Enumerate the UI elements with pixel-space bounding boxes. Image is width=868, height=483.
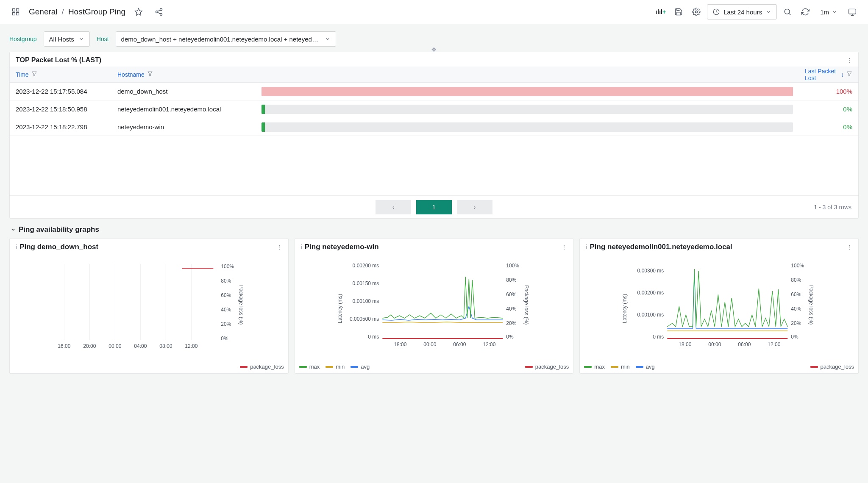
svg-text:0.000500 ms: 0.000500 ms [350,316,379,322]
cell-value: 0% [799,105,858,113]
var-hostgroup-label: Hostgroup [9,36,37,42]
table-body: 2023-12-22 15:17:55.084demo_down_host100… [10,83,858,136]
th-last-packet-lost[interactable]: Last Packet Lost ↓ [799,68,858,81]
y-axis-label: Latency (ms) [337,294,343,323]
svg-text:12:00: 12:00 [185,343,198,349]
th-time[interactable]: Time [10,71,111,78]
kiosk-mode-button[interactable] [845,5,860,19]
legend-package-loss[interactable]: package_loss [810,364,854,370]
row-header-title: Ping availability graphs [19,225,99,234]
panel-ping-demo-down-host: i Ping demo_down_host ⋮ 100% 80% 60% [9,238,289,374]
breadcrumb-folder[interactable]: General [29,7,58,17]
refresh-interval-label: 1m [820,8,829,16]
breadcrumb: General / HostGroup Ping [29,7,125,17]
table-row[interactable]: 2023-12-22 15:18:50.958neteyedemolin001.… [10,100,858,118]
var-hostgroup-select[interactable]: All Hosts [44,31,90,47]
panel-menu-button[interactable]: ⋮ [846,57,852,64]
svg-text:0%: 0% [221,336,228,341]
panel-menu-button[interactable]: ⋮ [846,244,852,250]
filter-icon [147,71,153,78]
svg-text:0 ms: 0 ms [653,334,664,340]
svg-text:0 ms: 0 ms [368,334,379,340]
chevron-down-icon [10,227,16,233]
svg-line-8 [158,10,160,11]
pager: ‹ 1 › 1 - 3 of 3 rows [10,195,858,218]
legend-package-loss[interactable]: package_loss [240,364,284,370]
refresh-button[interactable] [798,5,812,19]
chart-plot[interactable]: 0.00300 ms 0.00200 ms 0.00100 ms 0 ms La… [583,255,855,353]
refresh-interval-picker[interactable]: 1m [816,4,842,19]
charts-row: i Ping demo_down_host ⋮ 100% 80% 60% [0,238,868,378]
legend-avg[interactable]: avg [351,364,370,370]
panel-ping-neteyedemo-win: i Ping neteyedemo-win ⋮ 0.00200 ms 0.001… [295,238,574,374]
svg-marker-17 [32,72,36,76]
var-hostgroup-value: All Hosts [49,36,74,43]
panel-menu-button[interactable]: ⋮ [561,244,567,250]
cell-bar [256,100,799,118]
svg-text:60%: 60% [791,291,801,297]
svg-line-13 [789,14,791,15]
share-icon[interactable] [152,5,166,19]
pager-page-1[interactable]: 1 [416,200,452,214]
svg-line-9 [158,12,160,14]
panel-menu-button[interactable]: ⋮ [276,244,282,250]
svg-text:40%: 40% [791,306,801,312]
legend-min[interactable]: min [611,364,630,370]
cell-bar [256,118,799,136]
cell-hostname: demo_down_host [111,88,256,95]
chart-plot[interactable]: 100% 80% 60% 40% 20% 0% Package loss (%)… [13,255,285,353]
pager-next-button[interactable]: › [457,200,492,214]
svg-text:16:00: 16:00 [58,343,70,349]
var-host-select[interactable]: demo_down_host + neteyedemolin001.neteye… [116,31,336,47]
chart-title[interactable]: Ping neteyedemo-win [302,243,562,251]
svg-text:40%: 40% [506,306,516,312]
chevron-down-icon [325,36,331,42]
svg-text:100%: 100% [221,264,234,269]
panel-header: TOP Packet Lost % (LAST) ⋮ [10,52,858,67]
svg-rect-14 [849,9,856,14]
chart-plot[interactable]: 0.00200 ms 0.00150 ms 0.00100 ms 0.00050… [298,255,570,353]
dashboards-icon[interactable] [8,5,23,19]
add-panel-button[interactable]: ılıl+ [654,5,668,19]
legend-min[interactable]: min [326,364,345,370]
series-min [382,322,503,322]
th-hostname[interactable]: Hostname [111,71,256,78]
svg-text:06:00: 06:00 [738,341,751,347]
y-axis-label: Latency (ms) [622,294,628,323]
legend-avg[interactable]: avg [636,364,655,370]
series-avg [382,306,503,320]
var-host-label: Host [97,36,109,42]
breadcrumb-dashboard[interactable]: HostGroup Ping [68,7,125,17]
svg-marker-4 [135,8,142,16]
table-row[interactable]: 2023-12-22 15:17:55.084demo_down_host100… [10,83,858,100]
save-button[interactable] [671,5,686,19]
svg-text:80%: 80% [506,277,516,283]
cell-time: 2023-12-22 15:18:50.958 [10,105,111,113]
chart-title[interactable]: Ping demo_down_host [17,243,276,251]
legend-package-loss[interactable]: package_loss [525,364,569,370]
chart-title[interactable]: Ping neteyedemolin001.neteyedemo.local [587,243,846,251]
table-header: Time Hostname Last Packet Lost ↓ [10,67,858,83]
panel-drag-handle-icon[interactable]: ✥ [431,46,437,53]
time-range-picker[interactable]: Last 24 hours [707,4,777,19]
table-row[interactable]: 2023-12-22 15:18:22.798neteyedemo-win0% [10,118,858,136]
svg-text:20%: 20% [221,321,231,327]
panel-title[interactable]: TOP Packet Lost % (LAST) [16,56,101,64]
svg-text:0.00100 ms: 0.00100 ms [637,312,664,318]
svg-rect-2 [13,13,15,15]
pager-info: 1 - 3 of 3 rows [814,204,851,211]
svg-text:0%: 0% [506,334,514,340]
legend-max[interactable]: max [584,364,605,370]
svg-text:80%: 80% [221,278,231,284]
row-header-ping-graphs[interactable]: Ping availability graphs [0,219,868,238]
star-icon[interactable] [131,5,146,19]
y2-axis-label: Package loss (%) [523,285,529,325]
svg-text:0%: 0% [791,334,799,340]
settings-button[interactable] [689,5,704,19]
svg-text:0.00150 ms: 0.00150 ms [352,280,379,286]
filter-icon [846,71,852,78]
zoom-out-button[interactable] [780,5,795,19]
legend-max[interactable]: max [299,364,320,370]
pager-prev-button[interactable]: ‹ [376,200,411,214]
svg-rect-0 [13,9,15,11]
